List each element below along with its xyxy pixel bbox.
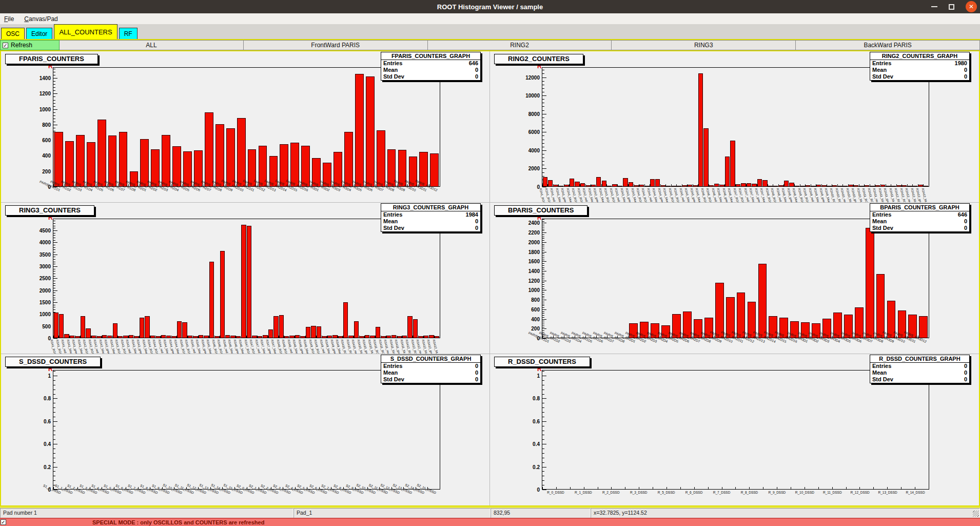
bin-slot [827,68,832,186]
maximize-icon[interactable] [949,4,954,10]
hist-bar [580,183,585,186]
y-tick-label: 400 [28,153,51,159]
button-frontward-paris[interactable]: FrontWard PARIS [244,40,428,50]
refresh-checkbox[interactable]: ✓ [3,43,8,48]
y-tick-label: 1000 [28,106,51,112]
bin-slot [736,219,747,338]
hist-bar [918,185,923,186]
stats-value: 0 [964,67,967,73]
bin-slot [230,219,236,338]
button-all[interactable]: ALL [60,40,244,50]
stats-box[interactable]: RING2_COUNTERS_GRAPHEntries1980Mean0Std … [870,52,970,81]
hist-bar [113,323,117,338]
stats-box[interactable]: S_DSSD_COUNTERS_GRAPHEntries0Mean0Std De… [381,355,481,383]
stats-box[interactable]: RING3_COUNTERS_GRAPHEntries1984Mean0Std … [381,203,481,232]
bin-slot [107,68,118,186]
bin-slot [161,219,166,338]
hist-bar [300,336,305,338]
menu-canvas-pad[interactable]: Canvas/Pad [24,15,57,23]
bin-slot [682,68,687,186]
title-bar[interactable]: ROOT Histogram Viewer / sample ✕ [0,0,980,13]
pad-bparis_counters[interactable]: 0200400600800100012001400160018002000220… [490,203,979,354]
button-ring3[interactable]: RING3 [612,40,796,50]
bin-slot [348,219,354,338]
toolbar: ✓ Refresh ALL FrontWard PARIS RING2 RING… [0,40,980,51]
close-icon[interactable]: ✕ [966,1,977,12]
stats-row: Entries0 [381,363,480,369]
hist-bar [273,316,278,338]
pad-r_dssd_counters[interactable]: 00.20.40.60.81R_0_DSSDR_1_DSSDR_2_DSSDR_… [490,354,979,505]
bin-slot [187,219,192,338]
bin-slot [258,68,268,186]
stats-box[interactable]: BPARIS_COUNTERS_GRAPHEntries646Mean0Std … [870,203,970,232]
button-backward-paris[interactable]: BackWard PARIS [796,40,980,50]
resize-grip-icon[interactable] [973,511,979,517]
bin-slot [322,68,332,186]
hist-bar [54,132,63,187]
bin-slot [86,219,91,338]
bin-slot [853,68,858,186]
hist-bar [81,316,85,338]
stats-row: Mean0 [870,369,969,376]
bars-area [542,219,929,338]
tab-editor[interactable]: Editor [26,28,52,39]
x-axis-label: R_5_DSSD [658,491,675,494]
y-tick-label: 8000 [517,111,540,116]
pad-s_dssd_counters[interactable]: 00.20.40.60.81S1_0_DSSDS1_1_DSSDS1_2_DSS… [1,354,490,505]
y-tick-label: 400 [517,316,540,322]
bin-slot [714,219,725,338]
hist-bar [140,139,149,186]
bin-slot [145,219,150,338]
bin-slot [585,68,591,186]
bin-slot [284,219,289,338]
bin-slot [596,68,601,186]
button-ring2[interactable]: RING2 [428,40,612,50]
bin-slot [762,68,768,186]
bin-slot [601,68,606,186]
bin-slot [628,219,639,338]
hist-bar [370,336,375,338]
minimize-icon[interactable] [931,6,937,7]
root-canvas[interactable]: 0200400600800100012001400PARIS_FR1D1PARI… [0,51,980,506]
bin-slot [837,68,842,186]
hist-bar [64,334,69,338]
hist-bar [747,183,751,186]
pad-fparis_counters[interactable]: 0200400600800100012001400PARIS_FR1D1PARI… [1,51,490,203]
bin-slot [778,68,783,186]
tab-osc[interactable]: OSC [1,28,25,39]
bin-slot [918,68,923,186]
hist-bar [634,185,638,186]
stats-box[interactable]: R_DSSD_COUNTERS_GRAPHEntries0Mean0Std De… [870,355,970,383]
tab-rf[interactable]: RF [119,28,138,39]
stats-value: 0 [475,376,478,383]
bin-slot [247,371,259,489]
pad-ring2_counters[interactable]: 020004000600080001000012000R2A1_BGO1R2A1… [490,51,979,203]
hist-bar [252,336,257,338]
y-tick-label: 200 [28,168,51,174]
bin-slot [575,68,580,186]
x-tick [735,487,736,489]
bin-slot [667,371,680,489]
stats-label: Std Dev [383,73,404,80]
hist-bar [204,336,208,338]
hist-bar [618,186,622,186]
hist-bar [386,336,391,338]
bin-slot [397,219,402,338]
bin-slot [86,68,96,186]
bin-slot [918,219,929,338]
tab-all-counters[interactable]: ALL_COUNTERS [54,24,117,39]
menu-file[interactable]: File [4,15,14,23]
hist-bar [376,327,380,338]
bin-slot [923,68,928,186]
y-tick-label: 2500 [28,276,51,281]
hist-bar [902,185,907,186]
x-axis-label: R_0_DSSD [547,491,564,494]
stats-box[interactable]: FPARIS_COUNTERS_GRAPHEntries646Mean0Std … [381,52,481,81]
bin-slot [703,219,714,338]
message-checkbox[interactable]: ✓ [1,519,6,525]
bin-slot [311,68,322,186]
refresh-label: Refresh [11,42,32,49]
refresh-toggle[interactable]: ✓ Refresh [0,40,60,50]
pad-ring3_counters[interactable]: 050010001500200025003000350040004500R3A1… [1,203,490,354]
bin-slot [198,371,210,489]
